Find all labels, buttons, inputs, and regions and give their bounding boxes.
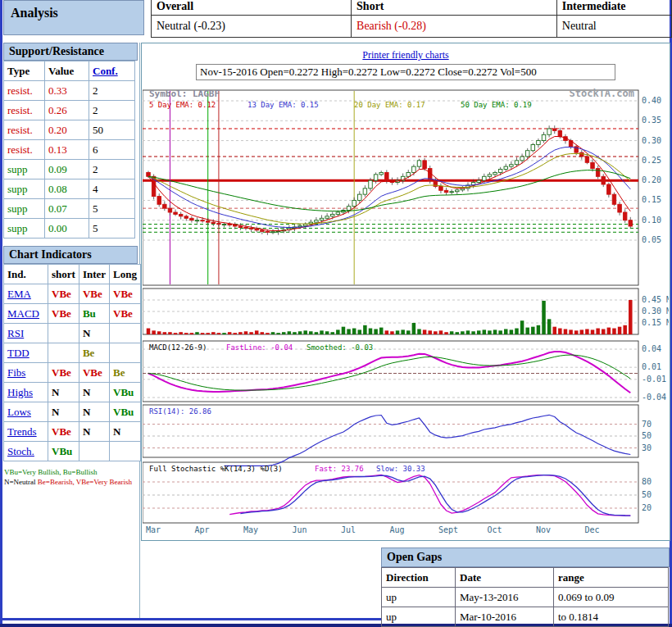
indicator-link[interactable]: Stoch. [7, 445, 34, 457]
svg-text:Smoothed: -0.03: Smoothed: -0.03 [306, 343, 373, 352]
sr-type-cell: resist. [4, 120, 45, 140]
ci-row: TrendsVBeNN [4, 422, 141, 442]
sr-type-cell: supp [4, 179, 45, 199]
ci-value-cell [110, 442, 141, 461]
indicator-link[interactable]: Trends [7, 425, 37, 438]
ci-row: MACDVBeBuVBe [4, 304, 141, 324]
ci-value-cell: VBe [110, 304, 141, 324]
svg-text:50 Day EMA: 0.19: 50 Day EMA: 0.19 [461, 101, 532, 109]
gaps-col-header: Date [456, 568, 554, 588]
ci-name-cell: Fibs [4, 363, 48, 383]
analysis-col-header: Overall [152, 0, 352, 16]
indicator-link[interactable]: EMA [7, 288, 31, 300]
svg-text:Apr: Apr [194, 525, 209, 534]
sr-row: supp0.005 [4, 219, 135, 239]
sr-value-cell: 0.00 [45, 219, 89, 239]
svg-text:Jul: Jul [341, 525, 356, 534]
svg-text:50: 50 [642, 431, 652, 440]
ci-value-cell: VBe [79, 284, 109, 304]
indicator-link[interactable]: TDD [7, 347, 30, 359]
svg-text:50: 50 [642, 490, 652, 499]
svg-text:5 Day EMA: 0.12: 5 Day EMA: 0.12 [149, 101, 216, 109]
support-resistance-header: Support/Resistance [3, 43, 138, 61]
svg-text:0.40: 0.40 [642, 96, 661, 105]
svg-text:May: May [243, 525, 258, 534]
svg-text:Sept: Sept [438, 525, 458, 534]
analysis-col-value: Neutral (-0.23) [152, 16, 352, 38]
table-header-row: DirectionDaterange [382, 568, 669, 588]
sr-type-cell: resist. [4, 81, 45, 101]
svg-text:StockTA.com: StockTA.com [570, 88, 634, 99]
sr-conf-cell: 2 [89, 160, 135, 179]
svg-text:Mar: Mar [146, 525, 161, 534]
sr-value-cell: 0.13 [45, 140, 89, 160]
ci-value-cell [48, 324, 79, 343]
svg-text:0.10: 0.10 [642, 216, 661, 225]
svg-text:80: 80 [642, 477, 652, 486]
ci-value-cell: N [48, 383, 79, 402]
open-gaps-table: DirectionDaterangeupMay-13-20160.069 to … [381, 567, 669, 627]
ci-value-cell: N [79, 402, 109, 422]
sr-value-cell: 0.09 [45, 160, 89, 179]
legend-item: VBu=Very Bullish, Bu=Bullish [4, 467, 139, 477]
gap-direction-cell: up [382, 588, 456, 607]
ci-value-cell: VBu [110, 383, 141, 402]
sr-row: resist.0.332 [4, 81, 135, 101]
conf-header-link[interactable]: Conf. [93, 65, 118, 77]
indicator-link[interactable]: Fibs [7, 366, 25, 379]
ci-name-cell: MACD [4, 304, 48, 324]
gap-range-cell: to 0.1814 [554, 607, 669, 627]
sr-row: supp0.092 [4, 160, 135, 179]
svg-text:RSI(14): 26.86: RSI(14): 26.86 [149, 407, 211, 416]
analysis-col-header: Short [352, 0, 557, 16]
ci-value-cell: VBe [48, 422, 79, 442]
svg-text:0.04: 0.04 [642, 344, 661, 353]
svg-text:0.15: 0.15 [642, 195, 661, 204]
svg-text:0.45 M: 0.45 M [642, 295, 669, 304]
sr-col-header: Value [45, 61, 89, 81]
ci-row: RSIN [4, 324, 141, 343]
ci-value-cell: VBe [110, 284, 141, 304]
svg-text:Oct: Oct [487, 525, 502, 534]
ci-value-cell: Be [79, 343, 109, 363]
analysis-summary-table: OverallShortIntermediateNeutral (-0.23)B… [151, 0, 672, 38]
gaps-col-header: range [554, 568, 669, 588]
indicator-link[interactable]: Highs [7, 386, 33, 398]
analysis-title-box: Analysis [3, 0, 144, 35]
table-header-row: TypeValueConf. [4, 61, 135, 81]
indicator-link[interactable]: RSI [7, 327, 24, 339]
indicator-link[interactable]: MACD [7, 307, 39, 320]
analysis-col-value: Bearish (-0.28) [352, 16, 557, 38]
gaps-row: upMay-13-20160.069 to 0.09 [382, 588, 669, 607]
chart-panel: Printer friendly charts 0.400.350.300.25… [141, 43, 670, 541]
sr-value-cell: 0.26 [45, 101, 89, 120]
stock-chart-svg: 0.400.350.300.250.200.150.100.05Symbol: … [143, 87, 669, 539]
ci-value-cell: Bu [79, 304, 109, 324]
sr-type-cell: supp [4, 199, 45, 219]
chart-indicators-table: Ind.shortInterLongEMAVBeVBeVBeMACDVBeBuV… [3, 264, 141, 461]
svg-text:0.30: 0.30 [642, 136, 661, 145]
ci-name-cell: Trends [4, 422, 48, 442]
ci-col-header: Ind. [4, 265, 48, 284]
ci-row: TDDBe [4, 343, 141, 363]
ci-value-cell [48, 343, 79, 363]
svg-text:20 Day EMA: 0.17: 20 Day EMA: 0.17 [354, 101, 425, 109]
sr-row: resist.0.262 [4, 101, 135, 120]
printer-friendly-charts-link[interactable]: Printer friendly charts [362, 49, 448, 61]
svg-text:20: 20 [642, 503, 652, 512]
gap-direction-cell: up [382, 607, 456, 627]
legend-item: N=Neutral [4, 478, 38, 486]
gaps-col-header: Direction [382, 568, 456, 588]
page-border-left [0, 0, 2, 627]
page: Analysis OverallShortIntermediateNeutral… [0, 0, 672, 627]
ci-value-cell: Be [110, 363, 141, 383]
sr-conf-cell: 50 [89, 120, 135, 140]
svg-text:30: 30 [642, 443, 652, 452]
ohlc-info-input[interactable] [196, 64, 615, 80]
indicator-link[interactable]: Lows [7, 406, 31, 418]
ci-row: EMAVBeVBeVBe [4, 284, 141, 304]
svg-text:70: 70 [642, 420, 652, 429]
sr-value-cell: 0.33 [45, 81, 89, 101]
sr-conf-cell: 5 [89, 219, 135, 239]
svg-text:0.35: 0.35 [642, 116, 661, 125]
